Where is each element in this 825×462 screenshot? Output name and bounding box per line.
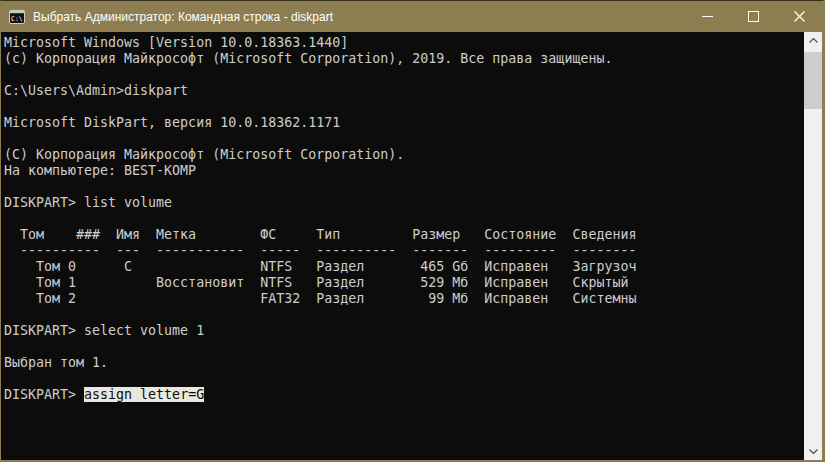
console-line: [4, 211, 802, 227]
chevron-down-icon: [809, 449, 818, 454]
scrollbar[interactable]: [804, 32, 822, 460]
console-current-line: DISKPART> assign letter=G: [4, 387, 802, 403]
console-line: (C) Корпорация Майкрософт (Microsoft Cor…: [4, 147, 802, 163]
console-line: DISKPART> select volume 1: [4, 323, 802, 339]
console-line: Том 1 Восстановит NTFS Раздел 529 Mб Исп…: [4, 275, 802, 291]
window-title: Выбрать Администратор: Командная строка …: [33, 10, 333, 24]
console-output[interactable]: Microsoft Windows [Version 10.0.18363.14…: [1, 32, 802, 460]
console-line: [4, 131, 802, 147]
console-line: Том ### Имя Метка ФС Тип Размер Состояни…: [4, 227, 802, 243]
svg-text:C:\: C:\: [11, 14, 23, 22]
scroll-down-button[interactable]: [804, 443, 822, 460]
console-line: Выбран том 1.: [4, 355, 802, 371]
maximize-icon: [748, 11, 759, 22]
command-prompt-window: C:\ Выбрать Администратор: Командная стр…: [0, 0, 825, 462]
console-line: [4, 339, 802, 355]
console-line: ---------- --- ----------- ----- -------…: [4, 243, 802, 259]
console-line: (c) Корпорация Майкрософт (Microsoft Cor…: [4, 51, 802, 67]
caption-buttons: [684, 1, 822, 32]
scroll-up-button[interactable]: [804, 32, 822, 49]
console-line: Microsoft Windows [Version 10.0.18363.14…: [4, 35, 802, 51]
chevron-up-icon: [809, 38, 818, 43]
cmd-icon[interactable]: C:\: [9, 9, 25, 25]
console-line: Microsoft DiskPart, версия 10.0.18362.11…: [4, 115, 802, 131]
minimize-icon: [702, 16, 713, 17]
console-line: На компьютере: BEST-KOMP: [4, 163, 802, 179]
titlebar[interactable]: C:\ Выбрать Администратор: Командная стр…: [1, 1, 822, 32]
console-line: [4, 67, 802, 83]
close-button[interactable]: [776, 1, 822, 32]
console-line: [4, 99, 802, 115]
selection-highlight[interactable]: assign letter=G: [84, 387, 204, 402]
console-line: [4, 307, 802, 323]
minimize-button[interactable]: [684, 1, 730, 32]
close-icon: [794, 11, 805, 22]
console-line: Том 2 FAT32 Раздел 99 Mб Исправен Систем…: [4, 291, 802, 307]
console-line: [4, 179, 802, 195]
console-line: DISKPART> list volume: [4, 195, 802, 211]
console-line: C:\Users\Admin>diskpart: [4, 83, 802, 99]
prompt-text: DISKPART>: [4, 387, 84, 402]
console-line: [4, 371, 802, 387]
scrollbar-thumb[interactable]: [804, 52, 822, 109]
console-line: Том 0 C NTFS Раздел 465 Gб Исправен Загр…: [4, 259, 802, 275]
maximize-button[interactable]: [730, 1, 776, 32]
